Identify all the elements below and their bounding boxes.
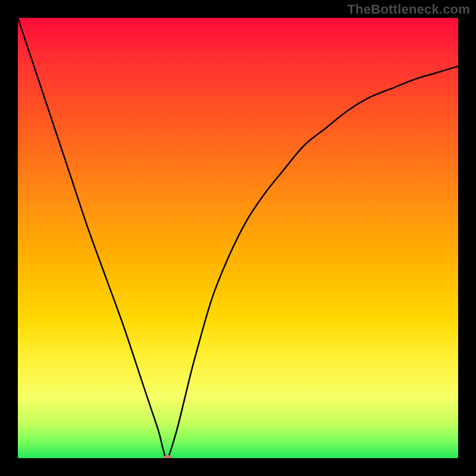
chart-frame: TheBottleneck.com <box>0 0 476 476</box>
bottleneck-curve-path <box>18 18 458 458</box>
watermark-text: TheBottleneck.com <box>347 2 470 17</box>
curve-svg <box>18 18 458 458</box>
min-point-marker <box>163 455 172 459</box>
plot-area <box>18 18 458 458</box>
